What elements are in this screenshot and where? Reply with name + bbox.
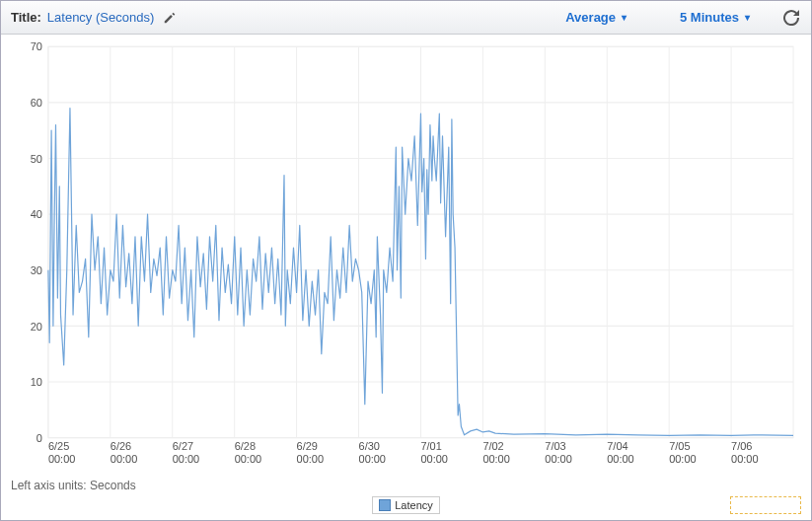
svg-text:60: 60 — [31, 97, 42, 109]
pencil-icon[interactable] — [160, 8, 180, 28]
svg-text:6/25: 6/25 — [48, 440, 69, 452]
svg-text:6/27: 6/27 — [173, 440, 193, 452]
chevron-down-icon: ▾ — [622, 12, 627, 23]
svg-text:7/02: 7/02 — [482, 440, 503, 452]
title-value[interactable]: Latency (Seconds) — [47, 10, 154, 25]
refresh-icon[interactable] — [781, 8, 801, 28]
svg-text:40: 40 — [31, 208, 42, 220]
svg-text:10: 10 — [31, 376, 42, 388]
period-label: 5 Minutes — [680, 10, 739, 25]
aggregation-label: Average — [565, 10, 616, 25]
chart-svg: 0102030405060706/2500:006/2600:006/2700:… — [11, 40, 801, 471]
svg-text:00:00: 00:00 — [111, 452, 137, 464]
svg-text:6/26: 6/26 — [111, 440, 131, 452]
svg-text:7/06: 7/06 — [731, 440, 752, 452]
title-label: Title: — [11, 10, 41, 25]
svg-text:30: 30 — [31, 264, 42, 276]
period-dropdown[interactable]: 5 Minutes ▾ — [674, 6, 756, 29]
svg-text:6/29: 6/29 — [297, 440, 318, 452]
legend[interactable]: Latency — [372, 496, 440, 514]
svg-text:00:00: 00:00 — [420, 452, 447, 464]
svg-text:7/04: 7/04 — [607, 440, 627, 452]
svg-text:00:00: 00:00 — [173, 452, 199, 464]
chart-area[interactable]: 0102030405060706/2500:006/2600:006/2700:… — [11, 40, 801, 471]
svg-text:00:00: 00:00 — [482, 452, 509, 464]
chart-panel: Title: Latency (Seconds) Average ▾ 5 Min… — [0, 0, 812, 521]
chart-header: Title: Latency (Seconds) Average ▾ 5 Min… — [1, 1, 811, 35]
svg-text:7/03: 7/03 — [545, 440, 565, 452]
svg-text:6/30: 6/30 — [359, 440, 380, 452]
svg-text:00:00: 00:00 — [297, 452, 324, 464]
svg-text:00:00: 00:00 — [359, 452, 386, 464]
svg-text:00:00: 00:00 — [731, 452, 758, 464]
svg-text:7/01: 7/01 — [420, 440, 441, 452]
svg-text:50: 50 — [31, 152, 42, 164]
aggregation-dropdown[interactable]: Average ▾ — [559, 6, 632, 29]
svg-text:00:00: 00:00 — [669, 452, 696, 464]
legend-swatch — [379, 499, 391, 511]
chevron-down-icon: ▾ — [745, 12, 750, 23]
selection-box[interactable] — [730, 496, 801, 514]
svg-text:00:00: 00:00 — [545, 452, 571, 464]
svg-text:6/28: 6/28 — [235, 440, 256, 452]
svg-text:00:00: 00:00 — [235, 452, 261, 464]
svg-text:0: 0 — [37, 432, 42, 444]
svg-text:00:00: 00:00 — [607, 452, 633, 464]
legend-label: Latency — [395, 499, 433, 511]
svg-text:00:00: 00:00 — [48, 452, 75, 464]
svg-text:20: 20 — [31, 320, 42, 332]
svg-text:7/05: 7/05 — [669, 440, 690, 452]
axis-units: Left axis units: Seconds — [11, 479, 801, 492]
svg-text:70: 70 — [31, 40, 42, 52]
